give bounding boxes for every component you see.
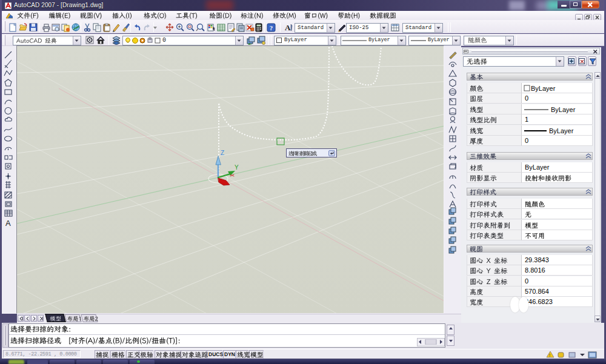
svg-text:ByLayer: ByLayer <box>531 85 556 92</box>
svg-text:?: ? <box>270 24 273 31</box>
svg-text:!: ! <box>549 352 550 358</box>
svg-text:Y: Y <box>235 164 239 171</box>
svg-text:Z: Z <box>221 150 224 156</box>
svg-text:ByLayer: ByLayer <box>549 127 574 134</box>
svg-text:A: A <box>285 23 291 32</box>
svg-text:A: A <box>5 219 11 228</box>
svg-text:ByLayer: ByLayer <box>551 106 576 113</box>
